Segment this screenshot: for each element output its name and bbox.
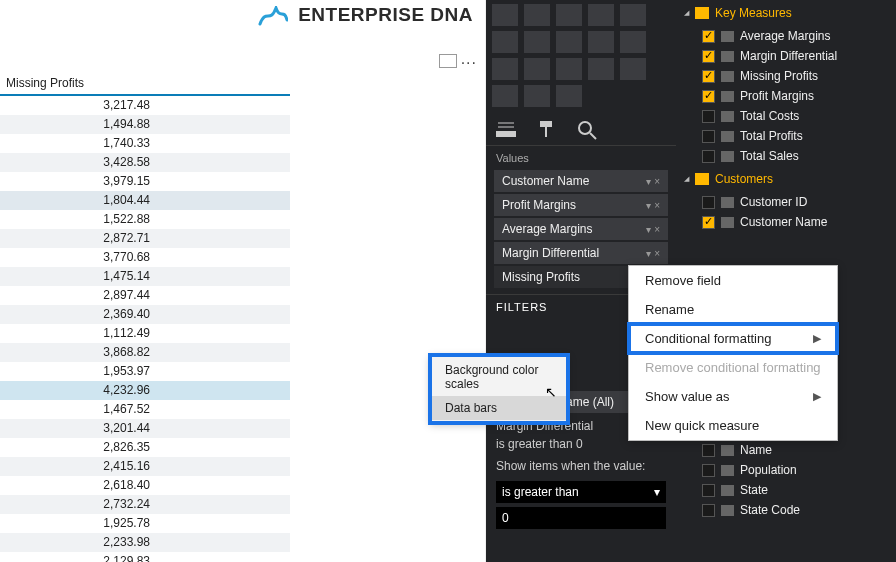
table-visual[interactable]: Missing Profits 3,217.481,494.881,740.33… (0, 72, 290, 562)
value-field-pill[interactable]: Margin Differential▾ × (494, 242, 668, 264)
table-row[interactable]: 1,740.33 (0, 134, 290, 153)
svg-rect-4 (545, 127, 547, 137)
table-row[interactable]: 2,415.16 (0, 457, 290, 476)
submenu-item[interactable]: Background color scales (431, 358, 567, 396)
table-row[interactable]: 2,872.71 (0, 229, 290, 248)
table-row[interactable]: 2,233.98 (0, 533, 290, 552)
context-menu-item[interactable]: New quick measure (629, 411, 837, 440)
viz-type-icon[interactable] (620, 4, 646, 26)
viz-type-icon[interactable] (524, 4, 550, 26)
field-item[interactable]: Total Profits (676, 126, 896, 146)
table-row[interactable]: 2,826.35 (0, 438, 290, 457)
field-checkbox[interactable] (702, 90, 715, 103)
visual-header-icons[interactable] (435, 54, 457, 71)
context-menu-item[interactable]: Show value as▶ (629, 382, 837, 411)
field-item[interactable]: Missing Profits (676, 66, 896, 86)
viz-type-icon[interactable] (492, 85, 518, 107)
focus-mode-icon[interactable] (439, 54, 457, 68)
table-row[interactable]: 1,925.78 (0, 514, 290, 533)
table-row[interactable]: 3,868.82 (0, 343, 290, 362)
table-row[interactable]: 3,201.44 (0, 419, 290, 438)
value-field-pill[interactable]: Profit Margins▾ × (494, 194, 668, 216)
filter-value-input[interactable]: 0 (496, 507, 666, 529)
field-checkbox[interactable] (702, 484, 715, 497)
field-label: Total Profits (740, 129, 803, 143)
field-item[interactable]: Customer ID (676, 192, 896, 212)
viz-type-icon[interactable] (588, 4, 614, 26)
field-checkbox[interactable] (702, 196, 715, 209)
field-item[interactable]: Customer Name (676, 212, 896, 232)
field-item[interactable]: Margin Differential (676, 46, 896, 66)
pill-dropdown-icon[interactable]: ▾ × (646, 248, 660, 259)
field-checkbox[interactable] (702, 70, 715, 83)
viz-type-icon[interactable] (556, 31, 582, 53)
field-item[interactable]: Average Margins (676, 26, 896, 46)
context-menu-item[interactable]: Conditional formatting▶ (629, 324, 837, 353)
analytics-magnifier-icon[interactable] (576, 119, 598, 141)
field-checkbox[interactable] (702, 444, 715, 457)
field-group-1: Average MarginsMargin DifferentialMissin… (676, 26, 896, 166)
table-row[interactable]: 1,522.88 (0, 210, 290, 229)
table-row[interactable]: 3,217.48 (0, 96, 290, 115)
table-row[interactable]: 1,467.52 (0, 400, 290, 419)
table-row[interactable]: 3,979.15 (0, 172, 290, 191)
format-paintroller-icon[interactable] (536, 119, 558, 141)
field-checkbox[interactable] (702, 216, 715, 229)
field-checkbox[interactable] (702, 50, 715, 63)
field-checkbox[interactable] (702, 30, 715, 43)
viz-type-icon[interactable] (620, 31, 646, 53)
field-checkbox[interactable] (702, 150, 715, 163)
field-checkbox[interactable] (702, 130, 715, 143)
viz-type-icon[interactable] (524, 31, 550, 53)
viz-type-icon[interactable] (620, 58, 646, 80)
pill-dropdown-icon[interactable]: ▾ × (646, 176, 660, 187)
table-row[interactable]: 1,112.49 (0, 324, 290, 343)
field-checkbox[interactable] (702, 110, 715, 123)
table-row[interactable]: 1,475.14 (0, 267, 290, 286)
pill-dropdown-icon[interactable]: ▾ × (646, 200, 660, 211)
table-row[interactable]: 2,732.24 (0, 495, 290, 514)
field-item[interactable]: Total Costs (676, 106, 896, 126)
column-header-missing-profits[interactable]: Missing Profits (0, 72, 290, 96)
svg-line-6 (590, 133, 596, 139)
field-item[interactable]: State (676, 480, 896, 500)
table-row[interactable]: 3,770.68 (0, 248, 290, 267)
table-header-key-measures[interactable]: Key Measures (676, 0, 896, 26)
submenu-item[interactable]: Data bars (431, 396, 567, 420)
table-row[interactable]: 4,232.96 (0, 381, 290, 400)
table-row[interactable]: 2,897.44 (0, 286, 290, 305)
viz-type-icon[interactable] (588, 58, 614, 80)
viz-type-icon[interactable] (492, 4, 518, 26)
context-menu-item[interactable]: Remove field (629, 266, 837, 295)
fields-well-icon[interactable] (496, 119, 518, 141)
viz-type-icon[interactable] (524, 58, 550, 80)
field-item[interactable]: Total Sales (676, 146, 896, 166)
value-field-pill[interactable]: Average Margins▾ × (494, 218, 668, 240)
table-row[interactable]: 1,804.44 (0, 191, 290, 210)
field-checkbox[interactable] (702, 464, 715, 477)
viz-type-icon[interactable] (524, 85, 550, 107)
table-row[interactable]: 3,428.58 (0, 153, 290, 172)
viz-type-icon[interactable] (556, 4, 582, 26)
field-item[interactable]: State Code (676, 500, 896, 520)
table-header-customers[interactable]: Customers (676, 166, 896, 192)
field-checkbox[interactable] (702, 504, 715, 517)
context-menu-item[interactable]: Rename (629, 295, 837, 324)
table-row[interactable]: 1,953.97 (0, 362, 290, 381)
viz-type-icon[interactable] (556, 85, 582, 107)
table-row[interactable]: 2,129.83 (0, 552, 290, 562)
field-item[interactable]: Name (676, 440, 896, 460)
table-row[interactable]: 2,618.40 (0, 476, 290, 495)
table-row[interactable]: 1,494.88 (0, 115, 290, 134)
viz-type-icon[interactable] (492, 31, 518, 53)
filter-operator-dropdown[interactable]: is greater than▾ (496, 481, 666, 503)
visual-more-options-icon[interactable]: ··· (461, 54, 477, 72)
table-row[interactable]: 2,369.40 (0, 305, 290, 324)
viz-type-icon[interactable] (556, 58, 582, 80)
value-field-pill[interactable]: Customer Name▾ × (494, 170, 668, 192)
viz-type-icon[interactable] (588, 31, 614, 53)
field-item[interactable]: Population (676, 460, 896, 480)
field-item[interactable]: Profit Margins (676, 86, 896, 106)
pill-dropdown-icon[interactable]: ▾ × (646, 224, 660, 235)
viz-type-icon[interactable] (492, 58, 518, 80)
